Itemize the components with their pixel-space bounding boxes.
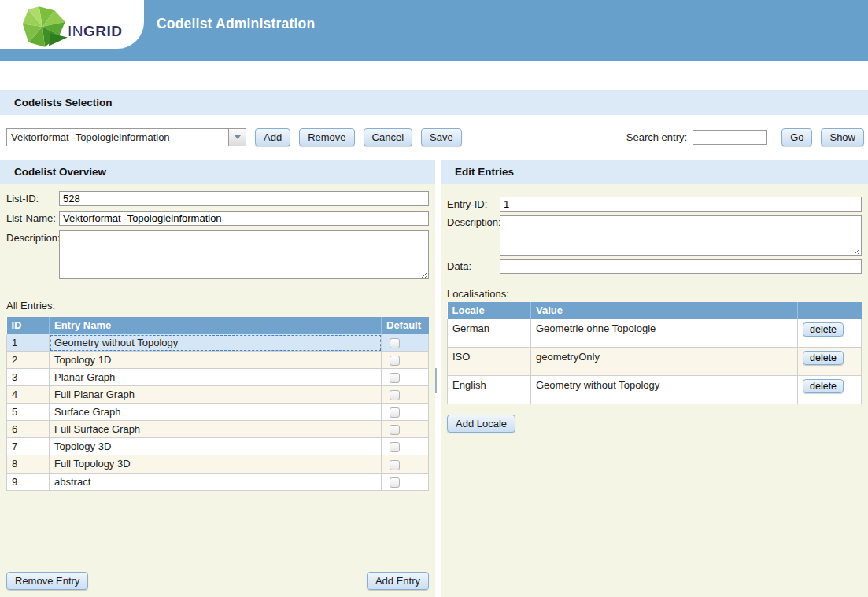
default-checkbox[interactable] [390, 373, 400, 383]
entry-id-cell: 4 [7, 386, 50, 404]
add-button[interactable]: Add [255, 128, 290, 146]
entry-row[interactable]: 4 Full Planar Graph [7, 386, 429, 404]
default-checkbox[interactable] [390, 442, 400, 452]
table-scrollbar-thumb[interactable] [435, 368, 437, 393]
entry-name-cell: abstract [50, 473, 382, 490]
entry-row[interactable]: 6 Full Surface Graph [7, 421, 429, 438]
list-id-label: List-ID: [6, 191, 59, 206]
show-button[interactable]: Show [821, 128, 864, 146]
entry-row[interactable]: 9 abstract [7, 473, 429, 490]
page-title: Codelist Administration [157, 16, 315, 32]
delete-button[interactable]: delete [803, 379, 844, 393]
entry-row[interactable]: 5 Surface Graph [7, 404, 429, 421]
default-checkbox[interactable] [390, 390, 400, 400]
entries-header-name: Entry Name [50, 317, 382, 334]
dropdown-arrow-button[interactable] [228, 128, 246, 146]
entry-row[interactable]: 2 Topology 1D [7, 352, 429, 369]
ingrid-gem-icon [20, 6, 69, 48]
entry-id-cell: 6 [7, 421, 50, 438]
list-description-label: Description: [6, 230, 59, 279]
locale-cell: German [448, 319, 531, 348]
localisations-table: Locale Value German Geometrie ohne Topol… [447, 302, 862, 404]
remove-entry-button[interactable]: Remove Entry [6, 572, 88, 590]
entry-row[interactable]: 1 Geometry without Topology [7, 334, 429, 352]
locale-cell: ISO [448, 348, 531, 376]
entry-row[interactable]: 8 Full Topology 3D [7, 455, 429, 473]
data-field[interactable] [500, 259, 862, 274]
codelists-selection-bar: Codelists Selection [0, 90, 868, 115]
value-cell: Geometrie ohne Topologie [531, 319, 798, 348]
entries-header-row: ID Entry Name Default [7, 317, 429, 334]
codelist-overview-panel: Codelist Overview List-ID: List-Name: De… [0, 160, 435, 597]
all-entries-label: All Entries: [6, 300, 429, 311]
entries-actions: Remove Entry Add Entry [6, 572, 429, 590]
entries-header-default: Default [382, 317, 429, 334]
app-header: INGRID Codelist Administration [0, 0, 868, 61]
entry-id-cell: 1 [7, 334, 50, 352]
codelists-selection-title: Codelists Selection [14, 97, 113, 109]
data-label: Data: [447, 259, 500, 274]
edit-entries-panel: Edit Entries Entry-ID: Description: Data… [441, 160, 868, 597]
default-checkbox[interactable] [390, 338, 400, 348]
entry-name-cell: Full Planar Graph [50, 386, 382, 404]
codelist-overview-body: List-ID: List-Name: Description: All Ent… [0, 184, 435, 597]
entries-table: ID Entry Name Default 1 Geometry without… [6, 317, 429, 491]
selection-toolbar: Add Remove Cancel Save Search entry: Go … [0, 115, 868, 160]
brand-text: INGRID [68, 23, 123, 40]
entry-id-cell: 8 [7, 455, 50, 473]
codelist-select-input[interactable] [6, 128, 228, 146]
locale-header: Locale [448, 302, 531, 319]
save-button[interactable]: Save [421, 128, 462, 146]
entry-name-cell: Surface Graph [50, 404, 382, 421]
go-button[interactable]: Go [781, 128, 812, 146]
add-locale-button[interactable]: Add Locale [447, 415, 515, 433]
entry-id-cell: 9 [7, 473, 50, 490]
entry-name-cell: Full Topology 3D [50, 455, 382, 473]
actions-header [798, 302, 862, 319]
brand-in: IN [68, 23, 83, 39]
list-name-field[interactable] [59, 211, 429, 226]
brand-grid: GRID [83, 23, 123, 39]
list-description-field[interactable] [59, 230, 429, 279]
entry-row[interactable]: 7 Topology 3D [7, 438, 429, 455]
edit-entries-body: Entry-ID: Description: Data: Localisatio… [441, 184, 868, 597]
codelist-combobox[interactable] [6, 128, 246, 146]
list-id-field[interactable] [59, 191, 429, 206]
entry-name-cell: Planar Graph [50, 369, 382, 386]
entry-name-cell: Topology 1D [50, 352, 382, 369]
entry-row[interactable]: 3 Planar Graph [7, 369, 429, 386]
default-checkbox[interactable] [390, 356, 400, 366]
entry-description-field[interactable] [500, 215, 862, 256]
value-cell: Geometry without Topology [531, 376, 798, 404]
entry-name-cell: Topology 3D [50, 438, 382, 455]
add-entry-button[interactable]: Add Entry [367, 572, 429, 590]
entry-name-cell: Full Surface Graph [50, 421, 382, 438]
default-checkbox[interactable] [390, 477, 400, 488]
entry-name-cell: Geometry without Topology [50, 334, 382, 352]
main-panels: Codelist Overview List-ID: List-Name: De… [0, 160, 868, 597]
default-checkbox[interactable] [390, 407, 400, 418]
entry-id-label: Entry-ID: [447, 197, 500, 212]
value-header: Value [531, 302, 798, 319]
delete-button[interactable]: delete [803, 351, 844, 365]
logo-card: INGRID [0, 0, 144, 49]
entry-id-cell: 3 [7, 369, 50, 386]
search-input[interactable] [693, 130, 767, 145]
list-name-label: List-Name: [6, 211, 59, 226]
locale-row: German Geometrie ohne Topologie delete [448, 319, 862, 348]
locale-cell: English [448, 376, 531, 404]
default-checkbox[interactable] [390, 460, 400, 470]
value-cell: geometryOnly [531, 348, 798, 376]
locale-row: ISO geometryOnly delete [448, 348, 862, 376]
entry-id-cell: 5 [7, 404, 50, 421]
entry-id-field[interactable] [500, 197, 862, 212]
chevron-down-icon [235, 135, 241, 139]
default-checkbox[interactable] [390, 425, 400, 435]
entry-id-cell: 7 [7, 438, 50, 455]
remove-button[interactable]: Remove [299, 128, 354, 146]
header-gap [0, 61, 868, 90]
edit-entries-title: Edit Entries [441, 160, 868, 184]
search-entry-label: Search entry: [626, 131, 687, 143]
delete-button[interactable]: delete [803, 322, 844, 337]
cancel-button[interactable]: Cancel [364, 128, 412, 146]
